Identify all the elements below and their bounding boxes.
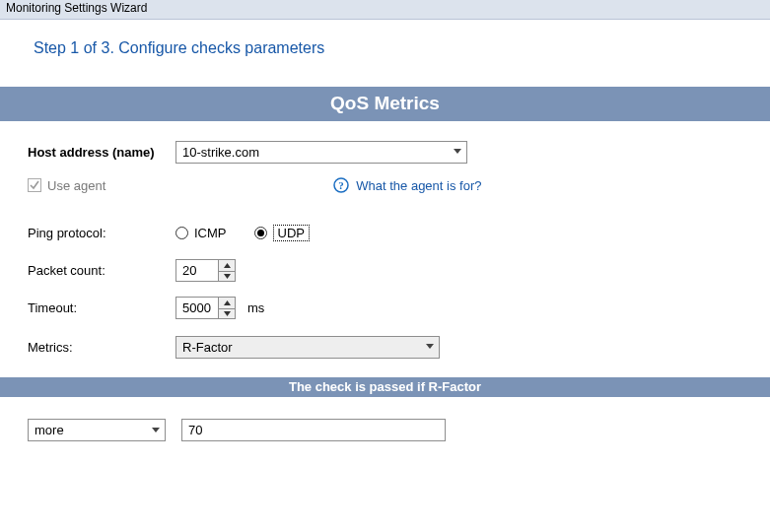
chevron-down-icon (426, 344, 434, 350)
radio-icmp-label: ICMP (194, 226, 227, 240)
packet-count-down[interactable] (219, 271, 235, 281)
packet-count-row: Packet count: (28, 257, 742, 283)
chevron-down-icon (454, 149, 461, 155)
caret-down-icon (224, 311, 231, 316)
section-banner-qos: QoS Metrics (0, 87, 770, 121)
timeout-label: Timeout: (28, 300, 175, 315)
step-header: Step 1 of 3. Configure checks parameters (0, 20, 770, 87)
host-label: Host address (name) (28, 145, 175, 160)
condition-operator-value[interactable] (29, 420, 147, 440)
metrics-label: Metrics: (28, 340, 175, 355)
condition-banner-title: The check is passed if R-Factor (289, 379, 481, 394)
host-row: Host address (name) (28, 139, 742, 165)
ping-protocol-row: Ping protocol: ICMP UDP (28, 220, 742, 245)
metrics-combo[interactable] (175, 336, 440, 359)
svg-text:?: ? (339, 179, 345, 191)
timeout-input[interactable] (176, 298, 218, 318)
host-dropdown-button[interactable] (449, 142, 466, 163)
metrics-dropdown-button[interactable] (421, 337, 439, 358)
spinner-buttons (218, 260, 235, 281)
what-agent-text: What the agent is for? (356, 178, 481, 193)
check-icon (30, 180, 39, 190)
chevron-down-icon (152, 428, 160, 433)
radio-icon (175, 227, 188, 239)
info-icon: ? (332, 176, 350, 194)
what-agent-link[interactable]: ? What the agent is for? (332, 176, 481, 194)
ping-protocol-group: ICMP UDP (175, 225, 310, 241)
caret-up-icon (224, 263, 231, 268)
caret-up-icon (224, 300, 231, 305)
metrics-row: Metrics: (28, 334, 742, 360)
timeout-row: Timeout: ms (28, 295, 742, 320)
step-title: Step 1 of 3. Configure checks parameters (34, 39, 324, 56)
radio-udp-label: UDP (273, 225, 310, 241)
agent-row: Use agent ? What the agent is for? (28, 176, 742, 194)
timeout-unit: ms (247, 300, 264, 315)
packet-count-spinner[interactable] (175, 259, 236, 282)
use-agent-checkbox[interactable] (28, 178, 41, 192)
ping-protocol-label: Ping protocol: (28, 226, 175, 240)
radio-icmp[interactable]: ICMP (175, 226, 227, 240)
window-title: Monitoring Settings Wizard (6, 1, 147, 15)
metrics-value[interactable] (176, 337, 421, 358)
condition-threshold-input[interactable] (181, 419, 446, 441)
packet-count-up[interactable] (219, 260, 235, 271)
caret-down-icon (224, 274, 231, 279)
window-titlebar: Monitoring Settings Wizard (0, 0, 770, 20)
packet-count-input[interactable] (176, 260, 218, 281)
condition-banner: The check is passed if R-Factor (0, 377, 770, 397)
condition-operator-dropdown-button[interactable] (147, 420, 165, 440)
radio-udp[interactable]: UDP (254, 225, 310, 241)
timeout-up[interactable] (219, 298, 235, 308)
form-body: Host address (name) Use agent ? What the… (0, 121, 770, 377)
radio-icon (254, 227, 267, 239)
condition-operator-combo[interactable] (28, 419, 166, 441)
timeout-down[interactable] (219, 308, 235, 318)
host-input[interactable] (176, 142, 449, 163)
condition-body (0, 397, 770, 463)
timeout-spinner[interactable] (175, 297, 236, 319)
host-combo[interactable] (175, 141, 467, 164)
banner-title: QoS Metrics (330, 93, 440, 113)
use-agent-label: Use agent (47, 178, 105, 193)
spinner-buttons (218, 298, 235, 318)
packet-count-label: Packet count: (28, 263, 175, 278)
